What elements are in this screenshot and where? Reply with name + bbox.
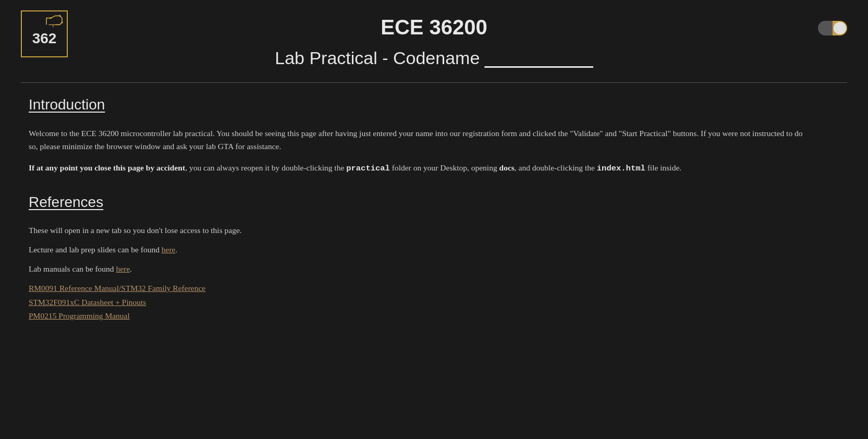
code-index: index.html [597, 164, 645, 173]
logo-box: 362 [21, 10, 68, 57]
svg-point-2 [61, 21, 63, 23]
references-heading: References [29, 191, 805, 214]
ref-link-1[interactable]: STM32F091xC Datasheet + Pinouts [29, 296, 805, 309]
header-divider [21, 82, 847, 83]
page-header: 362 ECE 36200 Lab Practical - Codename _… [0, 0, 868, 77]
references-section: References These will open in a new tab … [29, 191, 805, 323]
manuals-period: . [130, 264, 132, 273]
manuals-link[interactable]: here [116, 264, 130, 273]
logo-number: 362 [32, 27, 57, 51]
manuals-ref: Lab manuals can be found here. [29, 263, 805, 276]
main-content: Introduction Welcome to the ECE 36200 mi… [0, 93, 834, 323]
svg-point-1 [59, 15, 60, 17]
circuit-icon [44, 14, 65, 29]
header-text: ECE 36200 Lab Practical - Codename _____… [275, 10, 593, 72]
paragraph2-mid: folder on your Desktop, opening [390, 163, 499, 172]
ref-link-2[interactable]: PM0215 Programming Manual [29, 310, 805, 323]
course-title: ECE 36200 [275, 10, 593, 44]
slides-link[interactable]: here [162, 245, 176, 254]
codename-blank: ___________ [485, 48, 593, 68]
svg-point-0 [50, 17, 52, 19]
introduction-heading: Introduction [29, 93, 805, 117]
code-practical: practical [346, 164, 390, 173]
paragraph2-end: , and double-clicking the [515, 163, 597, 172]
slides-period: . [175, 245, 177, 254]
introduction-section: Introduction Welcome to the ECE 36200 mi… [29, 93, 805, 175]
ref-link-0[interactable]: RM0091 Reference Manual/STM32 Family Ref… [29, 282, 805, 295]
manuals-text: Lab manuals can be found [29, 264, 116, 273]
course-subtitle: Lab Practical - Codename ___________ [275, 44, 593, 72]
subtitle-text: Lab Practical - Codename [275, 48, 480, 68]
intro-paragraph-2: If at any point you close this page by a… [29, 162, 805, 175]
paragraph2-last: file inside. [645, 163, 681, 172]
reference-links-list: RM0091 Reference Manual/STM32 Family Ref… [29, 282, 805, 323]
theme-toggle-container[interactable] [818, 21, 847, 35]
logo-container: 362 [21, 10, 68, 57]
slides-text: Lecture and lab prep slides can be found [29, 245, 162, 254]
intro-paragraph-1: Welcome to the ECE 36200 microcontroller… [29, 127, 805, 153]
paragraph2-rest: , you can always reopen it by double-cli… [185, 163, 346, 172]
toggle-knob [834, 22, 846, 34]
references-note: These will open in a new tab so you don'… [29, 224, 805, 237]
theme-toggle[interactable] [818, 21, 847, 35]
slides-ref: Lecture and lab prep slides can be found… [29, 243, 805, 257]
bold-phrase-1: If at any point you close this page by a… [29, 163, 185, 172]
bold-docs: docs [499, 163, 515, 172]
